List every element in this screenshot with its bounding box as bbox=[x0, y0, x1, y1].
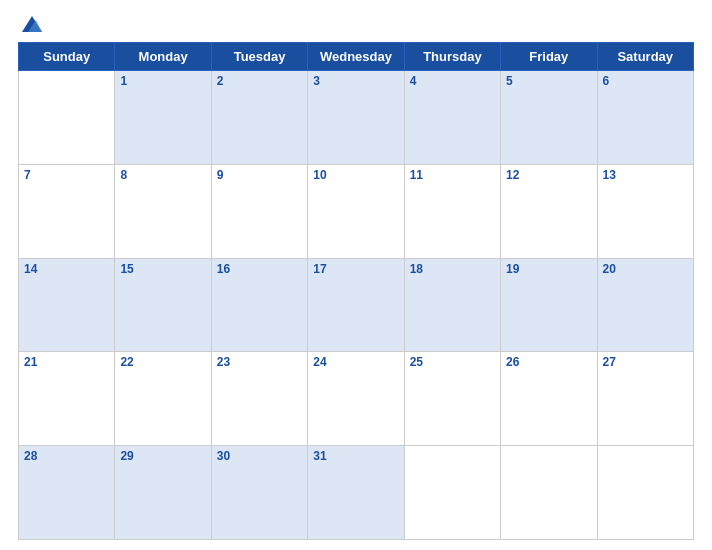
calendar-cell: 20 bbox=[597, 258, 693, 352]
day-number: 16 bbox=[217, 262, 230, 276]
calendar-cell: 9 bbox=[211, 164, 307, 258]
day-number: 8 bbox=[120, 168, 127, 182]
week-row-4: 21222324252627 bbox=[19, 352, 694, 446]
calendar-cell: 7 bbox=[19, 164, 115, 258]
weekday-header-row: SundayMondayTuesdayWednesdayThursdayFrid… bbox=[19, 43, 694, 71]
day-number: 18 bbox=[410, 262, 423, 276]
header bbox=[18, 10, 694, 38]
calendar-cell: 28 bbox=[19, 446, 115, 540]
calendar-cell bbox=[19, 71, 115, 165]
weekday-header-friday: Friday bbox=[501, 43, 597, 71]
weekday-header-thursday: Thursday bbox=[404, 43, 500, 71]
day-number: 1 bbox=[120, 74, 127, 88]
week-row-5: 28293031 bbox=[19, 446, 694, 540]
calendar-cell: 25 bbox=[404, 352, 500, 446]
day-number: 28 bbox=[24, 449, 37, 463]
week-row-3: 14151617181920 bbox=[19, 258, 694, 352]
day-number: 30 bbox=[217, 449, 230, 463]
calendar-cell: 5 bbox=[501, 71, 597, 165]
day-number: 31 bbox=[313, 449, 326, 463]
calendar-cell: 27 bbox=[597, 352, 693, 446]
calendar-cell: 17 bbox=[308, 258, 404, 352]
calendar-cell: 21 bbox=[19, 352, 115, 446]
calendar-cell: 18 bbox=[404, 258, 500, 352]
day-number: 12 bbox=[506, 168, 519, 182]
calendar-cell: 24 bbox=[308, 352, 404, 446]
day-number: 13 bbox=[603, 168, 616, 182]
day-number: 26 bbox=[506, 355, 519, 369]
weekday-header-saturday: Saturday bbox=[597, 43, 693, 71]
calendar-cell: 14 bbox=[19, 258, 115, 352]
day-number: 7 bbox=[24, 168, 31, 182]
calendar-cell: 6 bbox=[597, 71, 693, 165]
calendar-cell: 23 bbox=[211, 352, 307, 446]
logo bbox=[18, 10, 50, 38]
week-row-1: 123456 bbox=[19, 71, 694, 165]
day-number: 4 bbox=[410, 74, 417, 88]
calendar-cell: 31 bbox=[308, 446, 404, 540]
calendar-cell bbox=[404, 446, 500, 540]
calendar-cell bbox=[597, 446, 693, 540]
weekday-header-monday: Monday bbox=[115, 43, 211, 71]
day-number: 23 bbox=[217, 355, 230, 369]
day-number: 29 bbox=[120, 449, 133, 463]
calendar-cell: 11 bbox=[404, 164, 500, 258]
calendar-cell: 15 bbox=[115, 258, 211, 352]
calendar-cell: 22 bbox=[115, 352, 211, 446]
day-number: 22 bbox=[120, 355, 133, 369]
logo-icon bbox=[18, 10, 46, 38]
calendar-cell: 26 bbox=[501, 352, 597, 446]
day-number: 25 bbox=[410, 355, 423, 369]
day-number: 20 bbox=[603, 262, 616, 276]
day-number: 3 bbox=[313, 74, 320, 88]
day-number: 5 bbox=[506, 74, 513, 88]
calendar-cell: 12 bbox=[501, 164, 597, 258]
calendar-cell: 30 bbox=[211, 446, 307, 540]
day-number: 6 bbox=[603, 74, 610, 88]
week-row-2: 78910111213 bbox=[19, 164, 694, 258]
calendar-cell: 13 bbox=[597, 164, 693, 258]
day-number: 10 bbox=[313, 168, 326, 182]
calendar-table: SundayMondayTuesdayWednesdayThursdayFrid… bbox=[18, 42, 694, 540]
weekday-header-wednesday: Wednesday bbox=[308, 43, 404, 71]
day-number: 14 bbox=[24, 262, 37, 276]
calendar-cell: 19 bbox=[501, 258, 597, 352]
calendar-cell: 3 bbox=[308, 71, 404, 165]
calendar-cell bbox=[501, 446, 597, 540]
day-number: 11 bbox=[410, 168, 423, 182]
day-number: 15 bbox=[120, 262, 133, 276]
calendar-cell: 1 bbox=[115, 71, 211, 165]
calendar-cell: 2 bbox=[211, 71, 307, 165]
day-number: 21 bbox=[24, 355, 37, 369]
calendar-cell: 16 bbox=[211, 258, 307, 352]
weekday-header-tuesday: Tuesday bbox=[211, 43, 307, 71]
calendar-cell: 4 bbox=[404, 71, 500, 165]
weekday-header-sunday: Sunday bbox=[19, 43, 115, 71]
day-number: 17 bbox=[313, 262, 326, 276]
calendar-cell: 29 bbox=[115, 446, 211, 540]
day-number: 24 bbox=[313, 355, 326, 369]
calendar-cell: 8 bbox=[115, 164, 211, 258]
calendar-cell: 10 bbox=[308, 164, 404, 258]
day-number: 9 bbox=[217, 168, 224, 182]
day-number: 2 bbox=[217, 74, 224, 88]
day-number: 27 bbox=[603, 355, 616, 369]
day-number: 19 bbox=[506, 262, 519, 276]
